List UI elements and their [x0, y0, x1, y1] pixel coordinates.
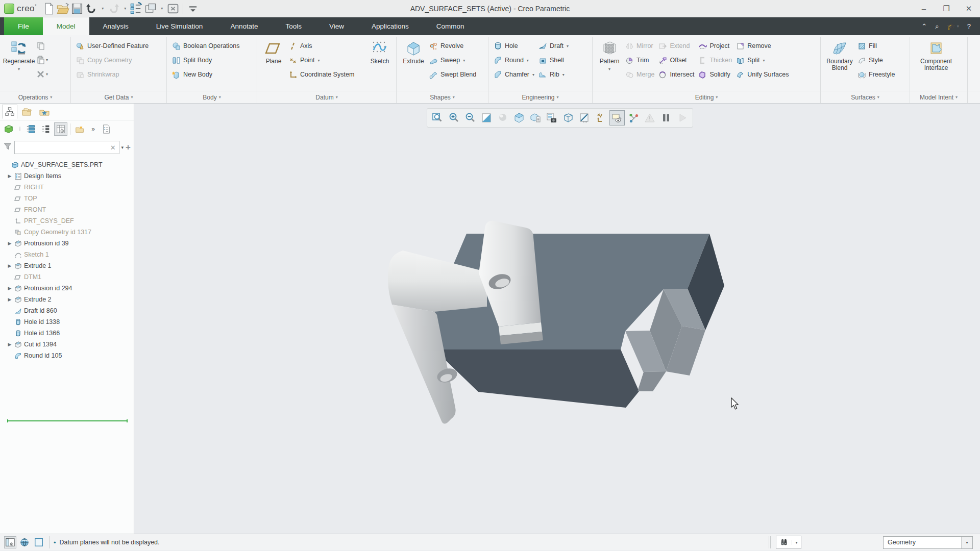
tree-columns-button[interactable] [54, 122, 67, 136]
extrude-button[interactable]: Extrude [400, 38, 427, 65]
collapse-ribbon-icon[interactable]: ⌃ [921, 22, 927, 30]
ribbon-small-button[interactable]: Project [696, 39, 734, 53]
tree-search-input[interactable]: ✕ [14, 141, 119, 154]
filter-funnel-icon[interactable] [3, 142, 12, 153]
group-label-operations[interactable]: Operations▾ [0, 91, 70, 103]
ribbon-small-button[interactable]: Draft ▾ [536, 39, 571, 53]
tree-item[interactable]: ▶ Extrude 2 [7, 294, 52, 305]
ribbon-small-button[interactable]: Chamfer ▾ [492, 67, 536, 82]
repaint-icon[interactable] [479, 110, 494, 126]
ribbon-small-button[interactable]: Thicken [696, 53, 734, 67]
group-label-surfaces[interactable]: Surfaces▾ [820, 91, 910, 103]
ribbon-small-button[interactable]: Unify Surfaces [734, 67, 794, 82]
zoom-out-icon[interactable] [462, 110, 478, 126]
undo-button[interactable] [85, 2, 98, 15]
ribbon-small-button[interactable]: Boolean Operations [170, 39, 242, 53]
tree-item[interactable]: DTM1 [7, 271, 41, 283]
model-front-face[interactable] [434, 349, 639, 408]
tree-item[interactable]: ▶ Design Items [7, 170, 61, 182]
sketch-button[interactable]: Sketch [366, 38, 393, 65]
close-button[interactable]: ✕ [958, 0, 980, 17]
view-manager-icon[interactable] [544, 110, 559, 126]
collapse-list-icon[interactable] [39, 122, 53, 136]
tree-item[interactable]: Hole id 1366 [7, 328, 60, 339]
plane-button[interactable]: Plane [260, 38, 287, 65]
insertion-indicator[interactable] [7, 420, 128, 421]
filter-dropdown[interactable]: ▾ [121, 145, 124, 150]
ribbon-small-button[interactable]: Extend [656, 39, 696, 53]
learning-connector-icon[interactable]: 🎓▾ [947, 22, 959, 30]
window-switch-dropdown[interactable]: ▾ [158, 2, 165, 15]
group-label-datum[interactable]: Datum▾ [257, 91, 396, 103]
delete-button[interactable]: ▾ [35, 67, 50, 81]
find-dropdown[interactable]: ▾ [792, 540, 801, 545]
new-file-button[interactable] [42, 2, 55, 15]
perspective-icon[interactable] [560, 110, 576, 126]
window-switch-button[interactable] [144, 2, 157, 15]
folder-browser-tab[interactable] [19, 105, 35, 119]
datum-display-icon[interactable] [593, 110, 608, 126]
copy-button[interactable] [35, 39, 50, 53]
tree-item[interactable]: ▶ Extrude 1 [7, 260, 52, 271]
expander-icon[interactable]: ▶ [7, 241, 12, 246]
regenerate-list-button[interactable] [130, 2, 143, 15]
ribbon-small-button[interactable]: User-Defined Feature [74, 39, 151, 53]
ribbon-small-button[interactable]: Shrinkwrap [74, 67, 151, 82]
tree-item[interactable]: Hole id 1338 [7, 316, 60, 328]
group-label-editing[interactable]: Editing▾ [592, 91, 820, 103]
expand-list-icon[interactable] [24, 122, 38, 136]
tree-item[interactable]: ▶ Protrusion id 294 [7, 283, 72, 294]
ribbon-small-button[interactable]: Fill [855, 39, 897, 53]
refit-icon[interactable] [430, 110, 445, 126]
accessory-window-button[interactable] [33, 536, 45, 548]
ribbon-small-button[interactable]: Copy Geometry [74, 53, 151, 67]
ribbon-small-button[interactable]: Hole [492, 39, 536, 53]
boundary-blend-button[interactable]: Boundary Blend [824, 38, 855, 71]
tree-item[interactable]: Sketch 1 [7, 249, 49, 260]
ribbon-small-button[interactable]: Split Body [170, 53, 242, 67]
tree-item[interactable]: Draft id 860 [7, 305, 57, 316]
cad-model[interactable] [134, 104, 980, 534]
ribbon-tab[interactable]: Annotate [216, 17, 272, 35]
ribbon-tab[interactable]: View [315, 17, 358, 35]
ribbon-small-button[interactable]: Solidify [696, 67, 734, 82]
zoom-in-icon[interactable] [446, 110, 461, 126]
ribbon-small-button[interactable]: Offset [656, 53, 696, 67]
pause-icon[interactable] [658, 110, 674, 126]
save-button[interactable] [70, 2, 84, 15]
expander-icon[interactable]: ▶ [7, 342, 12, 347]
show-cube-icon[interactable] [2, 122, 15, 136]
tree-item[interactable]: TOP [7, 193, 37, 204]
ribbon-tab[interactable]: Common [423, 17, 478, 35]
group-label-get-data[interactable]: Get Data▾ [70, 91, 166, 103]
add-filter-button[interactable]: + [126, 142, 131, 153]
model-tree-tab[interactable] [2, 105, 17, 119]
minimize-button[interactable]: – [913, 0, 935, 17]
ribbon-small-button[interactable]: Style [855, 53, 897, 67]
tree-item[interactable]: ▶ Cut id 1394 [7, 339, 57, 350]
regenerate-button[interactable]: Regenerate ▾ [3, 38, 35, 72]
paste-button[interactable]: ▾ [35, 53, 50, 67]
section-icon[interactable] [577, 110, 592, 126]
tree-item[interactable]: RIGHT [7, 182, 44, 193]
resume-icon[interactable] [675, 110, 690, 126]
group-label-model-intent[interactable]: Model Intent▾ [910, 91, 967, 103]
ribbon-small-button[interactable]: Trim [623, 53, 656, 67]
tree-item[interactable]: Round id 105 [7, 350, 62, 361]
undo-dropdown[interactable]: ▾ [99, 2, 106, 15]
step-lower-side[interactable] [638, 371, 666, 391]
toggle-tree-panel-button[interactable] [4, 536, 16, 548]
ribbon-small-button[interactable]: Axis [287, 39, 366, 53]
ribbon-small-button[interactable]: Intersect [656, 67, 696, 82]
restore-button[interactable]: ❐ [935, 0, 958, 17]
tree-item[interactable]: FRONT [7, 204, 46, 215]
ribbon-tab[interactable]: Applications [358, 17, 423, 35]
ribbon-small-button[interactable]: Coordinate System [287, 67, 366, 82]
display-style-icon[interactable] [511, 110, 527, 126]
favorites-tab[interactable] [37, 105, 52, 119]
web-browser-button[interactable] [18, 536, 31, 548]
ribbon-small-button[interactable]: Mirror [623, 39, 656, 53]
clear-search-icon[interactable]: ✕ [110, 144, 119, 152]
ribbon-tab[interactable]: Tools [272, 17, 315, 35]
binoculars-icon[interactable] [776, 538, 792, 547]
